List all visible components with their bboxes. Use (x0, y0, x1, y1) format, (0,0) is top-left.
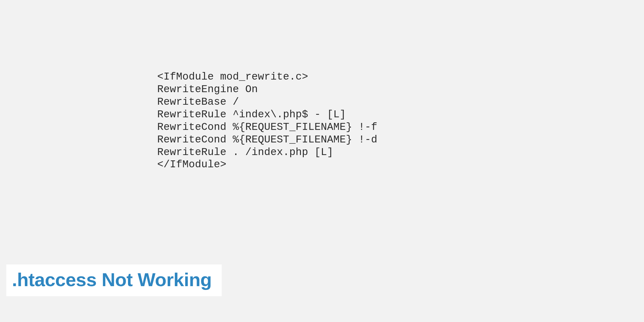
code-line: RewriteCond %{REQUEST_FILENAME} !-d (157, 134, 377, 146)
code-line: </IfModule> (157, 159, 226, 170)
code-line: RewriteBase / (157, 96, 239, 108)
code-snippet: <IfModule mod_rewrite.c> RewriteEngine O… (157, 71, 377, 171)
page-title: .htaccess Not Working (12, 269, 212, 291)
code-line: RewriteEngine On (157, 84, 258, 95)
code-line: RewriteRule ^index\.php$ - [L] (157, 109, 346, 120)
code-line: RewriteRule . /index.php [L] (157, 147, 333, 158)
code-line: RewriteCond %{REQUEST_FILENAME} !-f (157, 121, 377, 133)
title-container: .htaccess Not Working (6, 264, 222, 296)
code-line: <IfModule mod_rewrite.c> (157, 71, 308, 83)
